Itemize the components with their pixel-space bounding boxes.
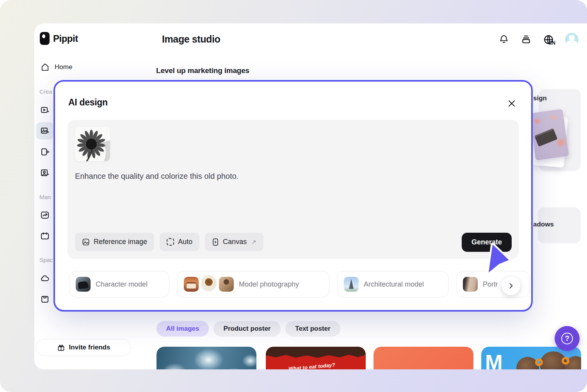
image-icon bbox=[82, 238, 90, 246]
tab-product-poster[interactable]: Product poster bbox=[213, 321, 281, 337]
chip-label: Architectural model bbox=[364, 280, 424, 289]
poster-torn-edge bbox=[266, 347, 366, 360]
storefront-thumb bbox=[184, 277, 199, 292]
background-card-label-shadows: adows bbox=[533, 221, 554, 228]
auto-label: Auto bbox=[178, 238, 192, 246]
sidebar-home-label: Home bbox=[55, 63, 72, 71]
hair-tie-right bbox=[562, 357, 569, 365]
gallery-item-ice[interactable] bbox=[157, 347, 256, 369]
reference-photo-thumbnail[interactable] bbox=[75, 127, 110, 161]
question-mark-icon: ? bbox=[561, 333, 573, 344]
external-arrow-icon: ↗ bbox=[251, 239, 256, 246]
hair-tie-left bbox=[535, 358, 543, 366]
globe-icon[interactable]: EN bbox=[543, 34, 554, 45]
chip-architectural-model[interactable]: Architectural model bbox=[337, 271, 448, 298]
tab-all-images[interactable]: All images bbox=[157, 321, 209, 337]
motorcycle-thumb bbox=[76, 277, 91, 292]
modal-title: AI design bbox=[68, 97, 108, 108]
reference-image-label: Reference image bbox=[94, 238, 147, 246]
prompt-input-area[interactable]: Enhance the quality and colorize this ol… bbox=[68, 120, 519, 259]
inbox-icon[interactable] bbox=[40, 294, 50, 304]
coffee-thumb bbox=[201, 275, 216, 290]
sunflower-image bbox=[75, 127, 110, 161]
generate-button[interactable]: Generate bbox=[462, 233, 512, 252]
chip-label: Portr bbox=[483, 280, 498, 289]
eiffel-tower-thumb bbox=[344, 277, 359, 292]
screen: Pippit Image studio EN bbox=[0, 0, 587, 392]
background-card-label-design: sign bbox=[533, 94, 547, 102]
auto-crop-icon bbox=[167, 238, 174, 246]
ai-design-modal: AI design bbox=[53, 80, 533, 312]
calendar-icon[interactable] bbox=[40, 231, 50, 241]
prompt-text[interactable]: Enhance the quality and colorize this ol… bbox=[75, 171, 507, 182]
feature-card-photo bbox=[529, 109, 569, 161]
video-create-icon[interactable] bbox=[40, 105, 50, 115]
auto-size-button[interactable]: Auto bbox=[160, 233, 199, 251]
poster-caption: What to eat today? bbox=[288, 362, 336, 369]
avatar-create-icon[interactable] bbox=[40, 168, 50, 178]
canvas-button[interactable]: Canvas ↗ bbox=[205, 233, 263, 251]
assets-stack-icon[interactable] bbox=[521, 34, 532, 45]
brand-logo[interactable]: Pippit bbox=[40, 32, 78, 45]
gallery-item-food-poster[interactable]: What to eat today? bbox=[266, 347, 366, 369]
gift-icon bbox=[57, 344, 65, 352]
portrait-thumb bbox=[463, 277, 478, 292]
avatar[interactable] bbox=[565, 33, 578, 46]
sidebar-section-create: Crea bbox=[39, 88, 52, 95]
language-label: EN bbox=[549, 40, 555, 46]
analytics-icon[interactable] bbox=[40, 210, 50, 220]
model-thumb bbox=[219, 277, 234, 292]
image-studio-icon[interactable] bbox=[40, 126, 50, 135]
chip-model-photography[interactable]: Model photography bbox=[177, 271, 329, 298]
bell-icon[interactable] bbox=[498, 34, 509, 45]
reference-image-button[interactable]: Reference image bbox=[75, 233, 154, 251]
help-button[interactable]: ? bbox=[555, 326, 580, 351]
pippit-logo-icon bbox=[40, 32, 50, 45]
chips-scroll-right-button[interactable] bbox=[502, 276, 520, 295]
device-split-icon[interactable] bbox=[40, 147, 50, 157]
gallery-item-coral[interactable] bbox=[374, 347, 473, 369]
close-icon[interactable] bbox=[506, 98, 517, 109]
chip-label: Model photography bbox=[239, 280, 299, 289]
page-title: Image studio bbox=[162, 34, 220, 45]
brand-name: Pippit bbox=[53, 33, 78, 44]
sidebar-section-manage: Man bbox=[39, 194, 51, 200]
chip-character-model[interactable]: Character model bbox=[69, 271, 169, 298]
canvas-icon bbox=[212, 238, 219, 246]
tab-text-poster[interactable]: Text poster bbox=[285, 321, 340, 337]
sidebar-section-spaces: Spac bbox=[39, 257, 53, 263]
canvas-label: Canvas bbox=[223, 238, 247, 246]
content-heading: Level up marketing images bbox=[156, 66, 249, 75]
invite-friends-button[interactable]: Invite friends bbox=[36, 339, 131, 356]
cloud-icon[interactable] bbox=[40, 274, 50, 283]
invite-friends-label: Invite friends bbox=[69, 344, 110, 351]
sidebar-item-home[interactable]: Home bbox=[41, 62, 72, 71]
chevron-right-icon bbox=[507, 282, 515, 290]
poster-letter: M bbox=[485, 350, 503, 369]
chip-label: Character model bbox=[96, 280, 148, 289]
